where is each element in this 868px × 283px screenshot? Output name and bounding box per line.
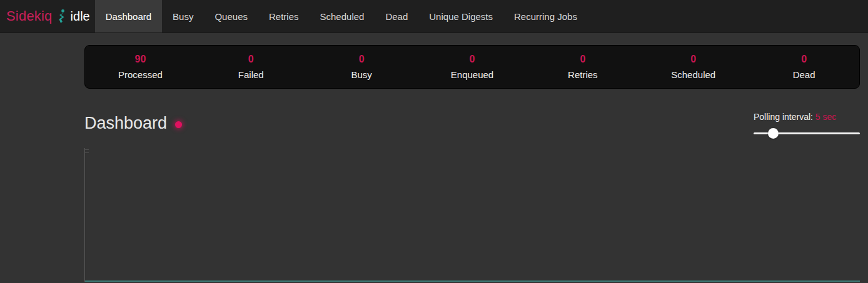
stat-enqueued-value: 0	[470, 54, 475, 65]
stat-processed-value: 90	[135, 54, 146, 65]
stat-dead-value: 0	[801, 54, 807, 65]
sidekiq-ninja-icon	[57, 9, 66, 24]
stat-processed: 90 Processed	[85, 54, 196, 80]
nav-item-dead[interactable]: Dead	[375, 0, 418, 32]
stat-retries-value: 0	[580, 54, 585, 65]
stat-dead-label: Dead	[793, 69, 815, 80]
nav-item-recurring-jobs[interactable]: Recurring Jobs	[503, 0, 588, 32]
navbar: Sidekiq idle Dashboard Busy Queues Retri…	[0, 0, 868, 33]
stat-dead: 0 Dead	[749, 54, 859, 80]
polling-interval-text: Polling interval: 5 sec	[754, 112, 860, 122]
stat-scheduled: 0 Scheduled	[638, 54, 749, 80]
stat-failed-value: 0	[248, 54, 254, 65]
live-beacon-icon	[175, 121, 182, 128]
stat-enqueued: 0 Enqueued	[417, 54, 528, 80]
polling-interval-value: 5 sec	[815, 112, 836, 122]
realtime-jobs-chart	[84, 148, 860, 282]
chart-zero-line	[85, 281, 860, 282]
nav-item-dashboard[interactable]: Dashboard	[95, 0, 162, 32]
y-axis-tick	[85, 149, 89, 150]
polling-interval-control: Polling interval: 5 sec	[754, 111, 860, 139]
process-status: idle	[71, 9, 90, 24]
polling-interval-slider[interactable]	[754, 128, 860, 139]
polling-interval-label: Polling interval:	[754, 112, 813, 122]
stat-enqueued-label: Enqueued	[451, 69, 493, 80]
stat-processed-label: Processed	[118, 69, 163, 80]
nav-item-queues[interactable]: Queues	[204, 0, 258, 32]
y-axis-tick	[85, 152, 89, 153]
stat-busy: 0 Busy	[306, 54, 417, 80]
stat-busy-value: 0	[359, 54, 365, 65]
stat-scheduled-value: 0	[690, 54, 696, 65]
stat-retries-label: Retries	[568, 69, 598, 80]
stat-scheduled-label: Scheduled	[671, 69, 715, 80]
stat-failed: 0 Failed	[196, 54, 306, 80]
stat-failed-label: Failed	[238, 69, 264, 80]
stat-retries: 0 Retries	[527, 54, 638, 80]
slider-thumb[interactable]	[768, 128, 779, 139]
stat-busy-label: Busy	[351, 69, 371, 80]
nav-item-retries[interactable]: Retries	[258, 0, 310, 32]
nav-item-scheduled[interactable]: Scheduled	[310, 0, 375, 32]
nav-item-busy[interactable]: Busy	[162, 0, 204, 32]
brand-name: Sidekiq	[6, 8, 53, 24]
stats-summary-bar: 90 Processed 0 Failed 0 Busy 0 Enqueued …	[84, 45, 860, 89]
page-title: Dashboard	[84, 114, 167, 133]
main-content: 90 Processed 0 Failed 0 Busy 0 Enqueued …	[84, 45, 860, 282]
nav-menu: Dashboard Busy Queues Retries Scheduled …	[95, 0, 588, 32]
nav-item-unique-digests[interactable]: Unique Digests	[418, 0, 503, 32]
title-wrap: Dashboard	[84, 111, 182, 133]
dashboard-header-row: Dashboard Polling interval: 5 sec	[84, 111, 860, 140]
brand-logo[interactable]: Sidekiq idle	[0, 0, 95, 32]
